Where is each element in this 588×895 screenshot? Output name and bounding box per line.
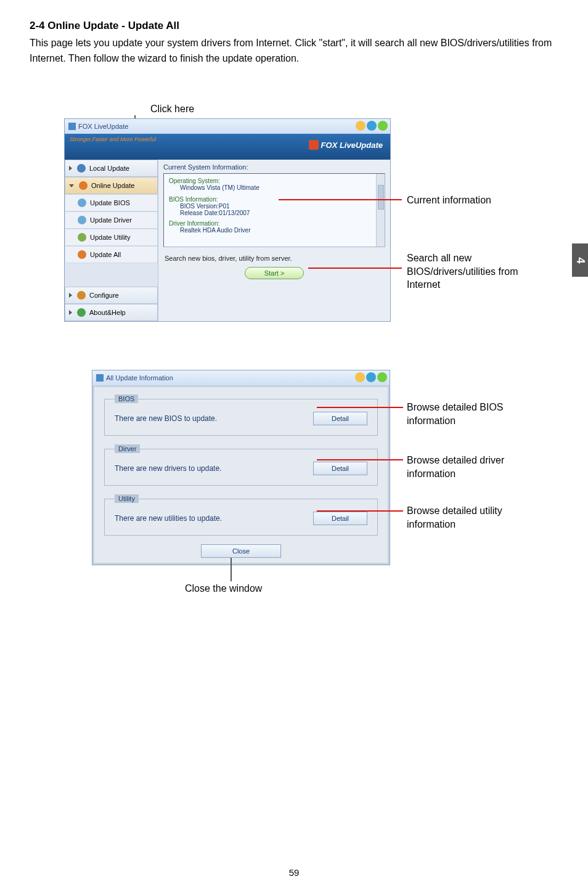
- driver-status-text: There are new drivers to update.: [115, 464, 221, 473]
- system-info-box: Operating System: Windows Vista (TM) Ult…: [163, 173, 385, 247]
- click-here-callout: Click here: [150, 104, 194, 115]
- annotation-search: Search all new BIOS/drivers/utilities fr…: [407, 251, 536, 292]
- bios-version: BIOS Version:P01: [180, 203, 380, 210]
- sidebar-item-update-all[interactable]: Update All: [65, 246, 158, 263]
- window-controls: [356, 121, 388, 131]
- os-value: Windows Vista (TM) Ultimate: [180, 184, 380, 191]
- help-icon: [77, 308, 86, 317]
- section-body: This page lets you update your system dr…: [30, 36, 558, 67]
- chapter-tab: 4: [572, 243, 588, 277]
- driver-legend: Dirver: [115, 444, 140, 453]
- window-titlebar: FOX LiveUpdate: [65, 119, 390, 134]
- bios-detail-button[interactable]: Detail: [313, 412, 367, 425]
- sidebar-item-label: Online Update: [91, 182, 134, 189]
- utility-status-text: There are new utilities to update.: [115, 514, 222, 523]
- utility-group: Utility There are new utilities to updat…: [104, 494, 378, 536]
- driver-heading: Driver Information:: [169, 220, 380, 227]
- bios-group: BIOS There are new BIOS to update. Detai…: [104, 394, 378, 436]
- driver-detail-button[interactable]: Detail: [313, 462, 367, 475]
- driver-group: Dirver There are new drivers to update. …: [104, 444, 378, 486]
- window-controls: [355, 372, 387, 382]
- sidebar-item-configure[interactable]: Configure: [65, 287, 158, 304]
- utility-legend: Utility: [115, 494, 139, 503]
- sidebar-item-update-bios[interactable]: Update BIOS: [65, 194, 158, 211]
- window-titlebar: All Update Information: [92, 370, 390, 385]
- sidebar-item-label: Update All: [90, 251, 121, 258]
- chevron-right-icon: [69, 166, 72, 171]
- main-pane: Current System Information: Operating Sy…: [158, 160, 390, 321]
- annotation-line: [279, 199, 402, 200]
- start-button[interactable]: Start >: [245, 267, 304, 279]
- sidebar-item-label: Update BIOS: [90, 199, 130, 206]
- annotation-line: [317, 459, 403, 460]
- sidebar: Local Update Online Update Update BIOS U…: [65, 160, 158, 321]
- sidebar-item-label: Update Driver: [90, 216, 132, 224]
- sidebar-item-label: Local Update: [89, 165, 129, 172]
- sidebar-item-online-update[interactable]: Online Update: [65, 177, 158, 194]
- annotation-current-info: Current information: [407, 194, 491, 207]
- update-all-icon: [78, 250, 86, 259]
- section-heading: 2-4 Online Update - Update All: [30, 20, 558, 32]
- close-button[interactable]: Close: [201, 544, 281, 558]
- app-banner: Stronger,Faster and More Powerful FOX Li…: [65, 134, 390, 160]
- maximize-icon[interactable]: [367, 121, 377, 131]
- annotation-line: [317, 510, 403, 512]
- scrollbar[interactable]: [376, 174, 385, 247]
- annotation-line: [308, 268, 402, 269]
- sidebar-item-about[interactable]: About&Help: [65, 304, 158, 321]
- annotation-browse-bios: Browse detailed BIOS information: [407, 401, 530, 427]
- screenshot-liveupdate: FOX LiveUpdate Stronger,Faster and More …: [64, 118, 391, 322]
- scroll-thumb[interactable]: [378, 185, 384, 210]
- app-icon: [96, 374, 104, 382]
- update-driver-icon: [78, 216, 86, 224]
- minimize-icon[interactable]: [356, 121, 365, 131]
- sidebar-item-label: Configure: [89, 292, 119, 299]
- close-icon[interactable]: [377, 372, 387, 382]
- chevron-down-icon: [69, 184, 74, 187]
- page-number: 59: [0, 867, 588, 878]
- minimize-icon[interactable]: [355, 372, 365, 382]
- bios-legend: BIOS: [115, 394, 138, 403]
- sidebar-item-local-update[interactable]: Local Update: [65, 160, 158, 177]
- sidebar-item-label: About&Help: [89, 309, 126, 316]
- annotation-line: [317, 407, 403, 408]
- close-icon[interactable]: [378, 121, 388, 131]
- screenshot-update-info: All Update Information BIOS There are ne…: [92, 370, 390, 565]
- update-utility-icon: [78, 233, 86, 242]
- bios-release: Release Date:01/13/2007: [180, 210, 380, 216]
- info-heading: Current System Information:: [163, 163, 385, 171]
- maximize-icon[interactable]: [366, 372, 376, 382]
- banner-slogan: Stronger,Faster and More Powerful: [70, 136, 156, 142]
- annotation-browse-utility: Browse detailed utility information: [407, 504, 530, 531]
- utility-detail-button[interactable]: Detail: [313, 512, 367, 525]
- bios-status-text: There are new BIOS to update.: [115, 414, 217, 423]
- update-bios-icon: [78, 198, 86, 207]
- close-pointer: [231, 558, 232, 581]
- online-update-icon: [79, 181, 88, 190]
- window-title: FOX LiveUpdate: [78, 123, 128, 130]
- sidebar-item-update-driver[interactable]: Update Driver: [65, 211, 158, 229]
- close-window-callout: Close the window: [185, 583, 262, 594]
- configure-icon: [77, 291, 86, 300]
- annotation-browse-driver: Browse detailed driver information: [407, 454, 530, 480]
- driver-value: Realtek HDA Audio Driver: [180, 227, 380, 234]
- local-update-icon: [77, 164, 86, 173]
- search-caption: Search new bios, driver, utility from se…: [165, 255, 385, 262]
- sidebar-item-update-utility[interactable]: Update Utility: [65, 229, 158, 246]
- sidebar-item-label: Update Utility: [90, 234, 130, 241]
- chevron-right-icon: [69, 293, 72, 298]
- banner-brand: FOX LiveUpdate: [309, 140, 383, 150]
- window-title: All Update Information: [106, 374, 173, 382]
- os-heading: Operating System:: [169, 178, 380, 184]
- app-icon: [68, 123, 76, 130]
- fox-icon: [309, 140, 319, 150]
- chevron-right-icon: [69, 310, 72, 315]
